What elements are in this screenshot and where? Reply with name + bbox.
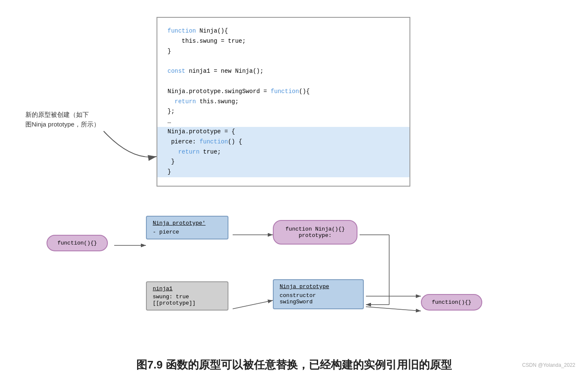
function-ninja-line1: function Ninja(){} bbox=[280, 226, 350, 232]
code-line-3: } bbox=[168, 47, 399, 57]
function-ninja-box: function Ninja(){} prototype: bbox=[273, 220, 357, 245]
annotation: 新的原型被创建（如下 图Ninja prototype，所示） bbox=[25, 110, 100, 129]
function-ninja-line2: prototype: bbox=[280, 232, 350, 239]
code-line-6 bbox=[168, 77, 399, 87]
function-empty-bottom-box: function(){} bbox=[421, 294, 482, 311]
code-line-1: function Ninja(){ bbox=[168, 26, 399, 36]
code-line-10: … bbox=[168, 117, 399, 127]
ninja1-swung: swung: true bbox=[153, 294, 222, 300]
svg-line-13 bbox=[233, 300, 273, 309]
ninja1-box: ninja1 swung: true [[prototype]] bbox=[146, 281, 228, 311]
function-empty-top-label: function(){} bbox=[58, 240, 97, 246]
diagram-section: Ninja prototype' - pierce function Ninja… bbox=[21, 207, 563, 338]
function-empty-top-box: function(){} bbox=[47, 235, 108, 251]
code-line-15: } bbox=[157, 167, 409, 177]
ninja-prototype-swingsword: swingSword bbox=[280, 299, 357, 305]
svg-line-15 bbox=[366, 307, 421, 311]
ninja1-label: ninja1 bbox=[153, 286, 222, 292]
code-line-4 bbox=[168, 56, 399, 66]
code-line-11: Ninja.prototype = { bbox=[157, 127, 409, 137]
code-line-2: this.swung = true; bbox=[168, 36, 399, 47]
annotation-text: 新的原型被创建（如下 图Ninja prototype，所示） bbox=[25, 110, 100, 129]
ninja1-proto: [[prototype]] bbox=[153, 300, 222, 306]
ninja-prototype-old-box: Ninja prototype constructor swingSword bbox=[273, 279, 364, 309]
code-line-7: Ninja.prototype.swingSword = function(){ bbox=[168, 87, 399, 97]
code-line-14: } bbox=[157, 157, 409, 167]
ninja-prototype-new-pierce: - pierce bbox=[153, 229, 222, 235]
ninja-prototype-new-label: Ninja prototype' bbox=[153, 220, 222, 226]
code-line-8: return this.swung; bbox=[168, 97, 399, 107]
code-line-13: return true; bbox=[157, 147, 409, 157]
code-line-5: const ninja1 = new Ninja(); bbox=[168, 66, 399, 77]
caption-source: CSDN @Yolanda_2022 bbox=[522, 362, 575, 368]
ninja-prototype-old-label: Ninja prototype bbox=[280, 283, 357, 290]
caption-title: 图7.9 函数的原型可以被任意替换，已经构建的实例引用旧的原型 bbox=[0, 358, 588, 372]
code-line-9: }; bbox=[168, 107, 399, 117]
function-empty-bottom-label: function(){} bbox=[432, 299, 472, 305]
code-block: function Ninja(){ this.swung = true; } c… bbox=[157, 17, 410, 187]
caption: 图7.9 函数的原型可以被任意替换，已经构建的实例引用旧的原型 CSDN @Yo… bbox=[0, 358, 588, 372]
code-line-12: pierce: function() { bbox=[157, 137, 409, 147]
ninja-prototype-constructor: constructor bbox=[280, 292, 357, 299]
ninja-prototype-new-box: Ninja prototype' - pierce bbox=[146, 216, 228, 239]
page-container: function Ninja(){ this.swung = true; } c… bbox=[0, 0, 588, 385]
